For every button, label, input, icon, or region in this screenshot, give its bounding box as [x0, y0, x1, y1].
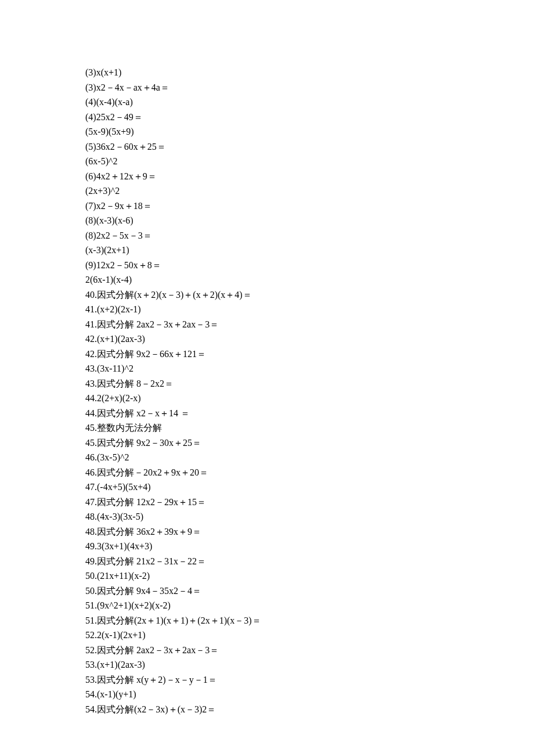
text-line: 48.因式分解 36x2＋39x＋9＝	[85, 524, 534, 539]
text-line: 47.(-4x+5)(5x+4)	[85, 480, 534, 495]
text-line: 44.因式分解 x2－x＋14 ＝	[85, 406, 534, 421]
text-line: (3)x(x+1)	[85, 65, 534, 80]
text-line: (9)12x2－50x＋8＝	[85, 258, 534, 273]
text-line: (8)2x2－5x－3＝	[85, 228, 534, 243]
text-line: 51.(9x^2+1)(x+2)(x-2)	[85, 598, 534, 613]
text-line: (4)(x-4)(x-a)	[85, 95, 534, 110]
text-line: (5)36x2－60x＋25＝	[85, 139, 534, 154]
text-line: (6x-5)^2	[85, 154, 534, 169]
text-line: 45.整数内无法分解	[85, 420, 534, 435]
text-line: 41.因式分解 2ax2－3x＋2ax－3＝	[85, 317, 534, 332]
text-line: 48.(4x-3)(3x-5)	[85, 509, 534, 524]
text-line: (2x+3)^2	[85, 183, 534, 199]
text-line: 46.因式分解－20x2＋9x＋20＝	[85, 465, 534, 480]
text-line: 54.因式分解(x2－3x)＋(x－3)2＝	[85, 702, 534, 717]
text-line: 51.因式分解(2x＋1)(x＋1)＋(2x＋1)(x－3)＝	[85, 613, 534, 628]
text-line: 53.因式分解 x(y＋2)－x－y－1＝	[85, 672, 534, 687]
text-line: (4)25x2－49＝	[85, 110, 534, 125]
text-line: 50.因式分解 9x4－35x2－4＝	[85, 584, 534, 599]
text-line: (6)4x2＋12x＋9＝	[85, 169, 534, 184]
text-line: 42.因式分解 9x2－66x＋121＝	[85, 347, 534, 362]
text-line: 53.(x+1)(2ax-3)	[85, 657, 534, 672]
text-line: (x-3)(2x+1)	[85, 243, 534, 258]
text-line: (8)(x-3)(x-6)	[85, 213, 534, 228]
text-line: (7)x2－9x＋18＝	[85, 199, 534, 214]
text-line: 45.因式分解 9x2－30x＋25＝	[85, 435, 534, 451]
text-line: 49.3(3x+1)(4x+3)	[85, 539, 534, 554]
text-line: 43.(3x-11)^2	[85, 361, 534, 376]
text-line: 52.因式分解 2ax2－3x＋2ax－3＝	[85, 643, 534, 658]
text-line: 49.因式分解 21x2－31x－22＝	[85, 554, 534, 569]
text-line: (3)x2－4x－ax＋4a＝	[85, 80, 534, 95]
document-page: (3)x(x+1) (3)x2－4x－ax＋4a＝ (4)(x-4)(x-a) …	[0, 0, 534, 717]
text-line: 47.因式分解 12x2－29x＋15＝	[85, 495, 534, 510]
text-line: 52.2(x-1)(2x+1)	[85, 628, 534, 643]
text-line: 44.2(2+x)(2-x)	[85, 391, 534, 406]
text-line: 40.因式分解(x＋2)(x－3)＋(x＋2)(x＋4)＝	[85, 287, 534, 303]
text-line: 54.(x-1)(y+1)	[85, 687, 534, 702]
text-line: 50.(21x+11)(x-2)	[85, 568, 534, 584]
text-line: (5x-9)(5x+9)	[85, 124, 534, 139]
text-line: 46.(3x-5)^2	[85, 450, 534, 465]
text-line: 43.因式分解 8－2x2＝	[85, 376, 534, 391]
text-line: 41.(x+2)(2x-1)	[85, 302, 534, 317]
text-line: 42.(x+1)(2ax-3)	[85, 332, 534, 347]
text-line: 2(6x-1)(x-4)	[85, 272, 534, 287]
